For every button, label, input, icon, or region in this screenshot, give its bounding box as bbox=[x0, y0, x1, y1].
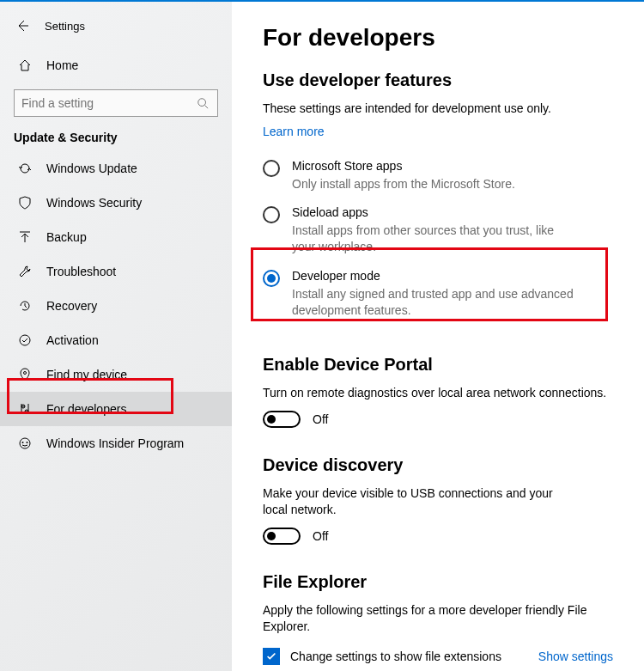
home-icon bbox=[17, 58, 33, 73]
page-title: For developers bbox=[263, 24, 613, 52]
learn-more-link[interactable]: Learn more bbox=[263, 125, 613, 138]
sidebar-item-label: Find my device bbox=[46, 368, 127, 381]
file-explorer-heading: File Explorer bbox=[263, 572, 613, 592]
svg-point-6 bbox=[27, 442, 28, 443]
backup-icon bbox=[17, 229, 33, 245]
radio-title: Developer mode bbox=[292, 269, 575, 283]
home-nav[interactable]: Home bbox=[0, 48, 232, 82]
shield-icon bbox=[17, 195, 33, 210]
sidebar-item-label: For developers bbox=[46, 402, 126, 416]
checkbox-label: Change settings to show file extensions bbox=[290, 650, 501, 663]
svg-line-1 bbox=[205, 106, 209, 109]
radio-sideload[interactable]: Sideload apps Install apps from other so… bbox=[263, 200, 613, 264]
checkbox-file-ext[interactable] bbox=[263, 648, 280, 665]
wrench-icon bbox=[17, 264, 33, 279]
device-portal-heading: Enable Device Portal bbox=[263, 355, 613, 375]
toggle-label: Off bbox=[313, 412, 328, 426]
radio-desc: Install apps from other sources that you… bbox=[292, 223, 575, 255]
sidebar-item-windows-security[interactable]: Windows Security bbox=[0, 186, 232, 220]
dev-features-heading: Use developer features bbox=[263, 70, 613, 90]
toggle-label: Off bbox=[313, 529, 328, 543]
radio-title: Microsoft Store apps bbox=[292, 159, 515, 173]
search-input[interactable] bbox=[21, 96, 195, 110]
radio-desc: Install any signed and trusted app and u… bbox=[292, 286, 575, 319]
sidebar-item-label: Activation bbox=[46, 333, 99, 347]
radio-desc: Only install apps from the Microsoft Sto… bbox=[292, 176, 515, 192]
svg-point-5 bbox=[22, 442, 24, 443]
show-settings-link[interactable]: Show settings bbox=[538, 650, 613, 663]
sidebar-item-find-my-device[interactable]: Find my device bbox=[0, 357, 232, 392]
sidebar-item-label: Windows Security bbox=[46, 196, 142, 210]
sync-icon bbox=[17, 161, 33, 176]
svg-point-2 bbox=[20, 335, 30, 345]
sidebar-item-label: Backup bbox=[46, 230, 87, 244]
developer-icon bbox=[17, 401, 33, 417]
sidebar-item-label: Recovery bbox=[46, 299, 97, 313]
device-discovery-heading: Device discovery bbox=[263, 455, 613, 475]
svg-point-4 bbox=[20, 438, 30, 448]
window-title: Settings bbox=[45, 20, 85, 33]
sidebar-item-label: Troubleshoot bbox=[46, 265, 116, 278]
check-circle-icon bbox=[17, 332, 33, 348]
svg-point-3 bbox=[24, 372, 27, 375]
search-input-wrap[interactable] bbox=[14, 89, 218, 117]
search-icon bbox=[195, 95, 210, 111]
radio-icon bbox=[263, 206, 280, 223]
radio-developer-mode[interactable]: Developer mode Install any signed and tr… bbox=[263, 264, 613, 327]
device-discovery-desc: Make your device visible to USB connecti… bbox=[263, 485, 580, 519]
sidebar-section-title: Update & Security bbox=[0, 129, 232, 151]
back-button[interactable] bbox=[9, 12, 36, 40]
device-portal-toggle[interactable] bbox=[263, 411, 301, 428]
sidebar-item-label: Windows Update bbox=[46, 162, 137, 175]
sidebar-item-activation[interactable]: Activation bbox=[0, 323, 232, 357]
sidebar-item-for-developers[interactable]: For developers bbox=[0, 392, 232, 426]
radio-title: Sideload apps bbox=[292, 205, 575, 219]
dev-features-desc: These settings are intended for developm… bbox=[263, 101, 613, 118]
recovery-icon bbox=[17, 298, 33, 314]
home-label: Home bbox=[46, 58, 78, 72]
radio-icon bbox=[263, 270, 280, 287]
radio-icon bbox=[263, 160, 280, 177]
sidebar-item-recovery[interactable]: Recovery bbox=[0, 289, 232, 323]
location-icon bbox=[17, 367, 33, 382]
sidebar-item-insider[interactable]: Windows Insider Program bbox=[0, 426, 232, 461]
sidebar-item-backup[interactable]: Backup bbox=[0, 220, 232, 254]
device-discovery-toggle[interactable] bbox=[263, 528, 301, 545]
insider-icon bbox=[17, 436, 33, 451]
radio-store-apps[interactable]: Microsoft Store apps Only install apps f… bbox=[263, 154, 613, 201]
file-explorer-desc: Apply the following settings for a more … bbox=[263, 602, 598, 636]
sidebar-item-label: Windows Insider Program bbox=[46, 436, 184, 450]
sidebar-item-windows-update[interactable]: Windows Update bbox=[0, 151, 232, 186]
device-portal-desc: Turn on remote diagnostics over local ar… bbox=[263, 385, 613, 402]
sidebar-item-troubleshoot[interactable]: Troubleshoot bbox=[0, 254, 232, 289]
svg-point-0 bbox=[198, 99, 206, 107]
